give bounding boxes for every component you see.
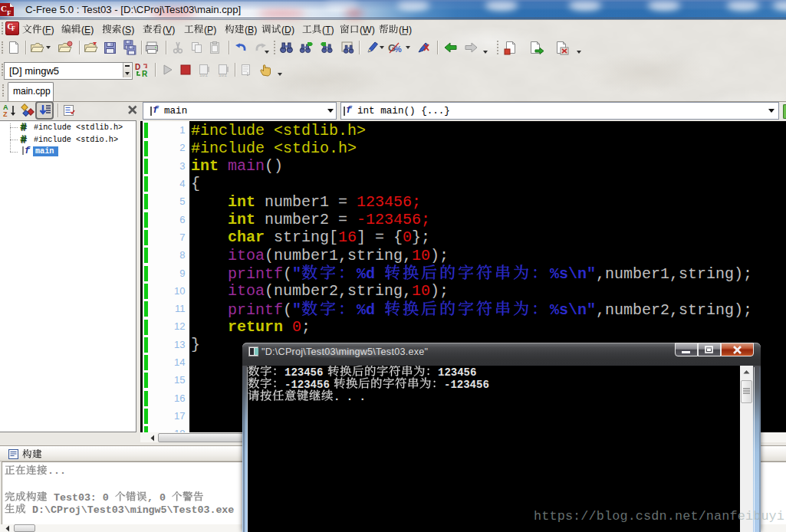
svg-text:%s\n: %s\n	[550, 301, 587, 319]
svg-text:Z: Z	[3, 110, 8, 118]
svg-text:. . .: . . .	[334, 391, 366, 403]
svg-text:": "	[587, 301, 596, 319]
svg-text:(E): (E)	[81, 25, 94, 35]
svg-text:...: ...	[48, 465, 66, 477]
svg-text:(D): (D)	[281, 25, 294, 35]
svg-text:Test03: 0: Test03: 0	[48, 492, 115, 504]
svg-text:%: %	[394, 44, 402, 54]
svg-text:D: D	[135, 63, 140, 71]
svg-text:%d: %d	[357, 301, 375, 319]
svg-text:123456: 123456	[284, 366, 323, 379]
svg-text:(V): (V)	[163, 25, 175, 35]
svg-text:%d: %d	[357, 265, 375, 283]
svg-text:(B): (B)	[245, 25, 257, 35]
svg-text:": "	[587, 265, 596, 283]
svg-text:F: F	[7, 9, 12, 16]
svg-text:(P): (P)	[204, 25, 216, 35]
svg-text:101: 101	[219, 73, 227, 77]
svg-text:printf: printf	[228, 265, 283, 283]
svg-text:(W): (W)	[360, 25, 375, 35]
svg-text:%s\n: %s\n	[550, 265, 587, 283]
svg-text:printf: printf	[228, 301, 283, 319]
svg-text:(S): (S)	[122, 25, 134, 35]
svg-text:,number2,string);: ,number2,string);	[596, 301, 752, 319]
svg-text:(F): (F)	[42, 25, 54, 35]
svg-text:": "	[292, 301, 301, 319]
svg-text:-123456: -123456	[444, 379, 489, 391]
svg-text:(: (	[283, 301, 292, 319]
svg-text:(: (	[283, 265, 292, 283]
svg-text:": "	[292, 265, 301, 283]
svg-text:123456: 123456	[438, 366, 476, 379]
svg-text:R: R	[142, 70, 148, 77]
svg-text:(H): (H)	[399, 25, 412, 35]
svg-text:,number1,string);: ,number1,string);	[596, 265, 752, 283]
svg-text:C: C	[1, 4, 7, 13]
svg-text:, 0: , 0	[147, 492, 172, 504]
svg-text:-123456: -123456	[284, 379, 330, 391]
svg-text:101: 101	[199, 73, 208, 77]
svg-text:D:\CProj\Test03\mingw5\Test03.: D:\CProj\Test03\mingw5\Test03.exe	[32, 504, 234, 516]
svg-text:(T): (T)	[322, 25, 334, 35]
